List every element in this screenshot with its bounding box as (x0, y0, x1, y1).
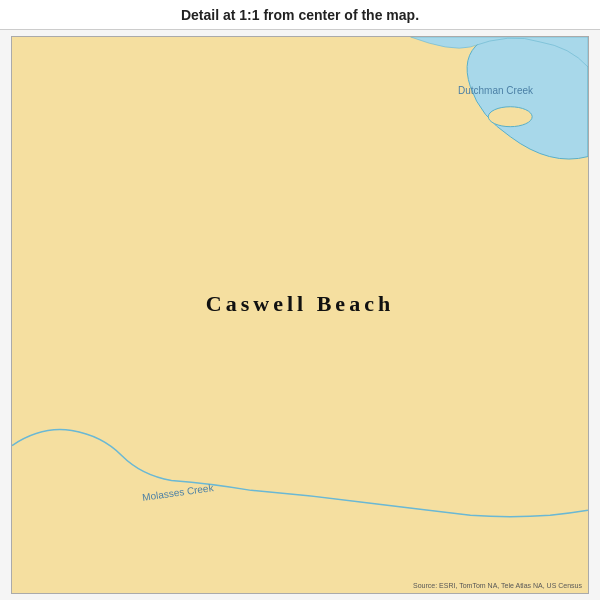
dutchman-creek-label: Dutchman Creek (458, 85, 533, 96)
svg-point-0 (488, 107, 532, 127)
source-text: Source: ESRI, TomTom NA, Tele Atlas NA, … (413, 582, 582, 589)
page-title-bar: Detail at 1:1 from center of the map. (0, 0, 600, 30)
page-title: Detail at 1:1 from center of the map. (181, 7, 419, 23)
caswell-beach-label: Caswell Beach (206, 291, 394, 317)
map-container: Caswell Beach Dutchman Creek Molasses Cr… (11, 36, 589, 594)
